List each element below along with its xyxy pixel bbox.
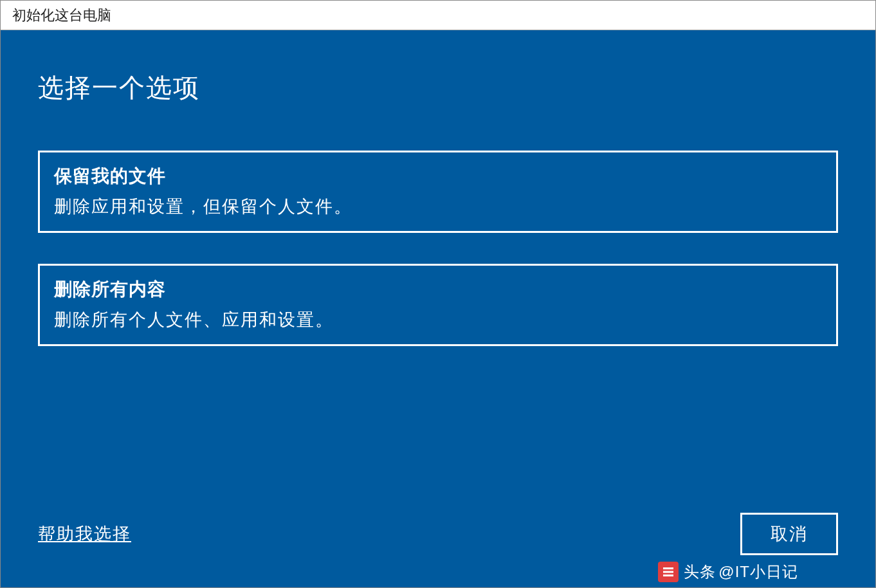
dialog-window: 初始化这台电脑 选择一个选项 保留我的文件 删除应用和设置，但保留个人文件。 删… <box>0 0 876 588</box>
option-remove-everything[interactable]: 删除所有内容 删除所有个人文件、应用和设置。 <box>38 264 838 346</box>
toutiao-icon <box>658 562 679 582</box>
option-keep-files-description: 删除应用和设置，但保留个人文件。 <box>54 195 822 218</box>
window-title: 初始化这台电脑 <box>12 6 111 25</box>
option-remove-everything-description: 删除所有个人文件、应用和设置。 <box>54 308 822 331</box>
watermark-prefix: 头条 <box>684 562 716 582</box>
page-title: 选择一个选项 <box>38 70 838 106</box>
option-keep-files-title: 保留我的文件 <box>54 164 822 188</box>
svg-rect-2 <box>663 574 673 576</box>
svg-rect-1 <box>663 571 673 573</box>
watermark-text: @IT小日记 <box>718 562 798 582</box>
option-remove-everything-title: 删除所有内容 <box>54 277 822 302</box>
content-area: 选择一个选项 保留我的文件 删除应用和设置，但保留个人文件。 删除所有内容 删除… <box>1 30 875 587</box>
watermark: 头条 @IT小日记 <box>658 562 798 582</box>
titlebar: 初始化这台电脑 <box>1 1 875 30</box>
cancel-button[interactable]: 取消 <box>740 513 838 555</box>
option-keep-files[interactable]: 保留我的文件 删除应用和设置，但保留个人文件。 <box>38 151 838 233</box>
svg-rect-0 <box>663 567 673 569</box>
help-link[interactable]: 帮助我选择 <box>38 522 131 546</box>
footer: 帮助我选择 取消 <box>38 513 838 555</box>
